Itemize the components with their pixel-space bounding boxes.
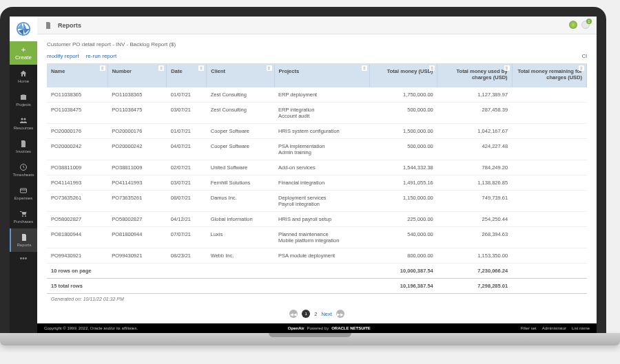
- app-footer: Copyright © 1999, 2022, Oracle and/or it…: [37, 323, 597, 333]
- table-row[interactable]: PO41141993PO4114199303/07/21Fernhill Sol…: [47, 175, 587, 191]
- column-header[interactable]: Name≡: [47, 64, 107, 87]
- sidebar-more[interactable]: •••: [20, 255, 28, 262]
- column-menu-icon[interactable]: ≡: [504, 65, 510, 71]
- table-cell: Financial integration: [274, 175, 370, 191]
- table-cell: 1,500,000.00: [370, 124, 437, 139]
- column-header-label: Total money (USD): [387, 68, 433, 74]
- close-link[interactable]: Cl: [581, 53, 587, 59]
- sidebar-item-invoices[interactable]: Invoices: [10, 135, 37, 158]
- table-cell: 02/07/21: [167, 160, 207, 175]
- table-row[interactable]: PO99430921PO9943092108/23/21Webb Inc.PSA…: [47, 248, 587, 264]
- report-actions: modify report re-run report Cl: [47, 53, 587, 59]
- pager-last[interactable]: ▶▶: [336, 310, 344, 318]
- column-header[interactable]: Total money (USD)≡: [370, 64, 437, 87]
- footer-copyright: Copyright © 1999, 2022, Oracle and/or it…: [44, 326, 138, 330]
- sidebar-item-label: Timesheets: [13, 173, 34, 177]
- modify-report-link[interactable]: modify report: [47, 53, 79, 59]
- pager-first[interactable]: ◀◀: [289, 310, 298, 318]
- table-cell: 1,491,055.16: [370, 175, 437, 191]
- footer-powered: Powered by: [307, 326, 329, 330]
- table-cell: 1,127,389.97: [437, 87, 512, 103]
- table-row[interactable]: PO11038365PO1103836501/07/21Zest Consult…: [47, 87, 587, 103]
- column-header[interactable]: Total money remaining for charges (USD)≡: [512, 64, 586, 87]
- pager-page-2[interactable]: 2: [314, 311, 317, 317]
- left-sidebar: + Create Home Projects Resources Invoice…: [10, 17, 37, 333]
- table-row[interactable]: PO38811009PO3881100902/07/21United Softw…: [47, 160, 587, 175]
- sidebar-item-purchases[interactable]: Purchases: [10, 205, 37, 228]
- rerun-report-link[interactable]: re-run report: [86, 53, 116, 59]
- column-menu-icon[interactable]: ≡: [158, 65, 164, 71]
- column-menu-icon[interactable]: ≡: [198, 65, 204, 71]
- notification-indicator[interactable]: 1: [581, 21, 590, 30]
- table-cell: 1,150,000.00: [370, 191, 437, 212]
- table-cell: 784,249.20: [437, 160, 512, 175]
- laptop-frame: + Create Home Projects Resources Invoice…: [0, 7, 606, 333]
- table-row[interactable]: PO20000242PO2000024204/07/21Cooper Softw…: [47, 139, 587, 160]
- status-indicator[interactable]: [569, 21, 577, 30]
- sidebar-item-home[interactable]: Home: [10, 65, 37, 88]
- plus-icon: +: [21, 46, 25, 54]
- column-menu-icon[interactable]: ≡: [579, 65, 584, 71]
- table-cell: [512, 124, 586, 139]
- report-table: Name≡Number≡Date≡Client≡Projects≡Total m…: [47, 64, 587, 306]
- column-menu-icon[interactable]: ≡: [100, 65, 105, 71]
- svg-rect-2: [21, 189, 27, 193]
- table-cell: ERP integrationAccount audit: [274, 103, 370, 124]
- column-menu-icon[interactable]: ≡: [267, 65, 272, 71]
- summary-value: 7,230,066.24: [437, 264, 512, 279]
- table-cell: 800,000.00: [370, 248, 437, 264]
- table-cell: Cooper Software: [207, 124, 274, 139]
- generated-row: Generated on: 10/11/22 01:32 PM: [47, 294, 587, 306]
- table-row[interactable]: PO11038475PO1103847503/07/21Zest Consult…: [47, 103, 587, 124]
- column-header[interactable]: Number≡: [107, 64, 167, 87]
- table-cell: PO38811009: [107, 160, 167, 175]
- pager-next[interactable]: Next: [321, 311, 331, 317]
- table-row[interactable]: PO73635261PO7363526108/07/21Damus Inc.De…: [47, 191, 587, 212]
- table-cell: PO73635261: [47, 191, 107, 212]
- sidebar-item-timesheets[interactable]: Timesheets: [10, 158, 37, 182]
- column-header[interactable]: Date≡: [167, 64, 207, 87]
- table-row[interactable]: PO81800944PO8180094407/07/21LuxisPlanned…: [47, 227, 587, 248]
- column-header-label: Name: [51, 68, 65, 74]
- people-icon: [19, 116, 28, 125]
- sidebar-item-label: Home: [18, 79, 29, 83]
- table-cell: PO81800944: [107, 227, 167, 248]
- sidebar-item-expenses[interactable]: Expenses: [10, 182, 37, 205]
- breadcrumb: Customer PO detail report - INV - Backlo…: [47, 41, 587, 47]
- table-cell: 287,458.39: [437, 103, 512, 124]
- footer-filterset[interactable]: Filter set: [521, 326, 537, 330]
- table-cell: 268,394.63: [437, 227, 512, 248]
- column-menu-icon[interactable]: ≡: [362, 65, 367, 71]
- create-button[interactable]: + Create: [10, 41, 37, 65]
- table-cell: [512, 248, 586, 264]
- table-cell: PO11038475: [47, 103, 107, 124]
- table-cell: Add-on services: [274, 160, 370, 175]
- table-cell: PO38811009: [47, 160, 107, 175]
- column-header[interactable]: Total money used by charges (USD)≡: [437, 64, 512, 87]
- sidebar-item-reports[interactable]: Reports: [10, 228, 37, 252]
- table-row[interactable]: PO58002827PO5800282704/12/21Global infor…: [47, 212, 587, 227]
- cart-icon: [19, 210, 28, 218]
- table-cell: [512, 191, 586, 212]
- table-cell: 749,739.61: [437, 191, 512, 212]
- sidebar-item-projects[interactable]: Projects: [10, 88, 37, 111]
- sidebar-item-resources[interactable]: Resources: [10, 111, 37, 135]
- column-header[interactable]: Projects≡: [274, 64, 370, 87]
- svg-rect-3: [21, 190, 27, 191]
- column-menu-icon[interactable]: ≡: [429, 65, 435, 71]
- brand-logo[interactable]: [10, 17, 37, 41]
- content-area: Customer PO detail report - INV - Backlo…: [37, 34, 597, 323]
- pager-page-1[interactable]: 1: [302, 310, 310, 318]
- table-row[interactable]: PO20000176PO2000017601/07/21Cooper Softw…: [47, 124, 587, 139]
- table-cell: [512, 87, 586, 103]
- table-cell: PO41141993: [107, 175, 167, 191]
- summary-row: 15 total rows10,196,387.547,298,285.01: [47, 279, 587, 294]
- table-cell: 540,000.00: [370, 227, 437, 248]
- table-cell: Planned maintenanceMobile platform integ…: [274, 227, 370, 248]
- column-header[interactable]: Client≡: [207, 64, 274, 87]
- table-cell: PO11038365: [107, 87, 167, 103]
- summary-label: 15 total rows: [47, 279, 370, 294]
- footer-administrator[interactable]: Administrator: [542, 326, 566, 330]
- table-cell: 01/07/21: [167, 87, 207, 103]
- footer-listname[interactable]: List name: [572, 326, 590, 330]
